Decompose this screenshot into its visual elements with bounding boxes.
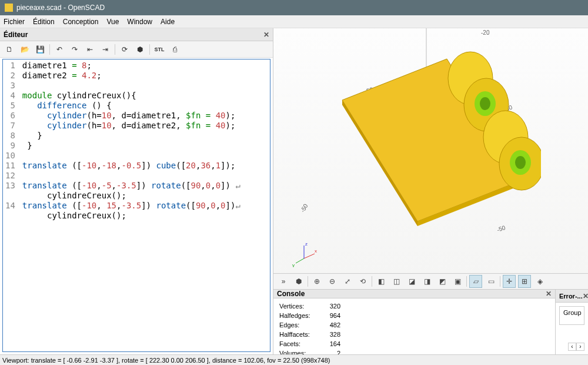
redo-icon[interactable]: ↷ xyxy=(69,44,81,55)
window-title: pieceaxe.scad - OpenSCAD xyxy=(16,4,105,12)
line-gutter: 12345678910111213 14 xyxy=(3,59,19,351)
save-icon[interactable]: 💾 xyxy=(34,44,46,55)
bottom-panels: Console ✕ Vertices:320 Halfedges:964 Edg… xyxy=(273,290,588,354)
view-left-icon[interactable]: ◨ xyxy=(420,275,433,288)
svg-point-10 xyxy=(480,97,490,110)
svg-text:z: z xyxy=(305,241,308,247)
error-panel: Error-... ✕ Group ‹ › xyxy=(556,290,588,354)
render-icon[interactable]: ⬢ xyxy=(292,275,305,288)
preview-icon[interactable]: ⟳ xyxy=(119,44,131,55)
viewport-tick: -50 xyxy=(299,203,309,213)
zoom-in-icon[interactable]: ⊕ xyxy=(310,275,323,288)
menu-help[interactable]: Aide xyxy=(161,18,175,26)
svg-text:x: x xyxy=(315,248,317,254)
console-stats: Vertices:320 Halfedges:964 Edges:482 Hal… xyxy=(278,301,342,359)
view-top-icon[interactable]: ◫ xyxy=(390,275,403,288)
perspective-icon[interactable]: ▱ xyxy=(469,275,482,288)
ortho-icon[interactable]: ▭ xyxy=(485,275,497,288)
wrap-icon: ↵ xyxy=(235,201,240,211)
toolbar-divider xyxy=(115,44,115,55)
console-close-icon[interactable]: ✕ xyxy=(546,290,552,298)
open-icon[interactable]: 📂 xyxy=(19,44,31,55)
preview-icon[interactable]: » xyxy=(277,275,290,288)
code-editor[interactable]: 12345678910111213 14 diametre1 = 8; diam… xyxy=(2,59,270,352)
error-title: Error-... xyxy=(559,293,583,300)
show-scale-icon[interactable]: ⊞ xyxy=(518,275,531,288)
editor-close-icon[interactable]: ✕ xyxy=(263,31,269,39)
view-back-icon[interactable]: ▣ xyxy=(451,275,464,288)
toolbar-divider xyxy=(49,44,50,55)
menu-view[interactable]: Vue xyxy=(106,18,119,26)
svg-point-14 xyxy=(515,156,526,169)
error-group-box: Group xyxy=(559,306,584,325)
menu-file[interactable]: Fichier xyxy=(4,18,25,26)
error-prev-icon[interactable]: ‹ xyxy=(568,343,576,351)
error-close-icon[interactable]: ✕ xyxy=(583,292,588,300)
view-toolbar: » ⬢ ⊕ ⊖ ⤢ ⟲ ◧ ◫ ◪ ◨ ◩ ▣ ▱ ▭ ✛ ⊞ ◈ xyxy=(273,273,588,290)
toolbar-divider xyxy=(308,276,308,287)
undo-icon[interactable]: ↶ xyxy=(54,44,65,55)
error-header: Error-... ✕ xyxy=(556,290,588,303)
toolbar-divider xyxy=(466,276,467,287)
wrap-icon: ↵ xyxy=(235,181,240,191)
axis-gizmo-icon: x y z xyxy=(291,241,318,267)
statusbar-text: Viewport: translate = [ -0.66 -2.91 -3.3… xyxy=(2,357,330,364)
zoom-out-icon[interactable]: ⊖ xyxy=(326,275,339,288)
toolbar-divider xyxy=(500,276,500,287)
right-panel: -20 -50 50 -50 -50 x y z xyxy=(273,28,588,354)
new-icon[interactable]: 🗋 xyxy=(4,44,15,55)
main-container: Éditeur ✕ 🗋 📂 💾 ↶ ↷ ⇤ ⇥ ⟳ ⬢ STL ⎙ 123456… xyxy=(0,28,588,354)
reset-view-icon[interactable]: ⟲ xyxy=(356,275,369,288)
unindent-icon[interactable]: ⇤ xyxy=(84,44,96,55)
svg-text:y: y xyxy=(292,263,295,267)
view-front-icon[interactable]: ◩ xyxy=(436,275,449,288)
show-axes-icon[interactable]: ✛ xyxy=(503,275,516,288)
console-header: Console ✕ xyxy=(273,290,555,298)
svg-line-17 xyxy=(296,258,304,263)
menu-edit[interactable]: Édition xyxy=(33,18,55,26)
viewport-tick: -20 xyxy=(481,29,489,36)
menu-design[interactable]: Conception xyxy=(63,18,99,26)
error-next-icon[interactable]: › xyxy=(576,343,584,351)
console-title: Console xyxy=(277,290,305,298)
menubar: Fichier Édition Conception Vue Window Ai… xyxy=(0,15,588,28)
render-icon[interactable]: ⬢ xyxy=(134,44,146,55)
show-edges-icon[interactable]: ◈ xyxy=(533,275,546,288)
window-titlebar: pieceaxe.scad - OpenSCAD xyxy=(0,0,588,15)
indent-icon[interactable]: ⇥ xyxy=(99,44,111,55)
editor-panel: Éditeur ✕ 🗋 📂 💾 ↶ ↷ ⇤ ⇥ ⟳ ⬢ STL ⎙ 123456… xyxy=(0,28,273,354)
zoom-fit-icon[interactable]: ⤢ xyxy=(341,275,354,288)
code-content[interactable]: diametre1 = 8; diametre2 = 4.2; module c… xyxy=(19,59,244,351)
statusbar: Viewport: translate = [ -0.66 -2.91 -3.3… xyxy=(0,354,588,365)
app-logo-icon xyxy=(5,4,13,12)
viewport-3d[interactable]: -20 -50 50 -50 -50 x y z xyxy=(273,28,588,273)
console-panel: Console ✕ Vertices:320 Halfedges:964 Edg… xyxy=(273,290,556,354)
stl-export-icon[interactable]: STL xyxy=(153,44,165,55)
model-render xyxy=(335,46,541,234)
toolbar-divider xyxy=(372,276,372,287)
view-bottom-icon[interactable]: ◪ xyxy=(405,275,418,288)
toolbar-divider xyxy=(149,44,150,55)
menu-window[interactable]: Window xyxy=(127,18,152,26)
view-right-icon[interactable]: ◧ xyxy=(375,275,387,288)
svg-line-15 xyxy=(304,254,315,258)
editor-title: Éditeur xyxy=(4,31,28,39)
editor-toolbar: 🗋 📂 💾 ↶ ↷ ⇤ ⇥ ⟳ ⬢ STL ⎙ xyxy=(0,41,273,58)
editor-header: Éditeur ✕ xyxy=(0,28,273,41)
print-icon[interactable]: ⎙ xyxy=(169,44,181,55)
